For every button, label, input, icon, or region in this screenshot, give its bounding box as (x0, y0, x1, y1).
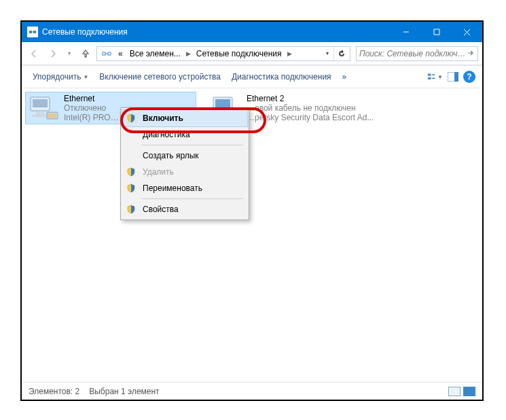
diagnose-label: Диагностика подключения (232, 72, 331, 82)
context-rename-label: Переименовать (143, 183, 202, 193)
window-frame: Сетевые подключения ▾ (20, 20, 484, 401)
title-bar: Сетевые подключения (22, 22, 482, 42)
search-go-icon[interactable] (467, 49, 475, 58)
details-view-button[interactable] (448, 387, 460, 396)
context-separator (141, 145, 243, 145)
address-dropdown[interactable]: ▾ (321, 47, 333, 60)
toolbar: Упорядочить ▼ Включение сетевого устройс… (22, 65, 482, 88)
svg-rect-10 (428, 73, 431, 75)
context-create-shortcut[interactable]: Создать ярлык (122, 147, 247, 164)
network-item-text: Ethernet Отключено Intel(R) PRO… (64, 94, 119, 122)
context-enable-label: Включить (143, 113, 183, 123)
network-status: …евой кабель не подключен (247, 103, 374, 113)
status-count: Элементов: 2 (29, 387, 79, 396)
breadcrumb-item-1[interactable]: Все элемен... (126, 49, 184, 58)
network-desc: …persky Security Data Escort Ad... (247, 113, 374, 122)
status-selected: Выбран 1 элемент (89, 387, 159, 396)
enable-device-label: Включение сетевого устройства (99, 72, 221, 82)
minimize-button[interactable] (391, 22, 421, 42)
large-icons-view-button[interactable] (463, 387, 475, 396)
address-bar[interactable]: « Все элемен... ▶ Сетевые подключения ▶ … (96, 46, 350, 61)
maximize-button[interactable] (421, 22, 452, 42)
network-name: Ethernet (64, 94, 119, 103)
svg-rect-25 (215, 99, 230, 107)
svg-rect-12 (432, 74, 435, 75)
status-bar: Элементов: 2 Выбран 1 элемент (22, 382, 482, 400)
shield-icon (125, 167, 137, 177)
svg-rect-21 (48, 113, 50, 118)
refresh-button[interactable] (333, 47, 348, 60)
breadcrumb-item-2[interactable]: Сетевые подключения (193, 49, 285, 58)
back-button[interactable] (26, 46, 42, 62)
context-diagnostics-label: Диагностика (143, 130, 190, 139)
shield-icon (125, 113, 137, 123)
content-area: Ethernet Отключено Intel(R) PRO… Etherne… (22, 88, 482, 382)
toolbar-more-label: » (342, 72, 347, 82)
svg-rect-23 (54, 113, 56, 118)
svg-rect-4 (434, 29, 439, 35)
context-delete: Удалить (122, 164, 247, 180)
svg-rect-18 (36, 112, 44, 115)
svg-rect-13 (432, 78, 435, 80)
chevron-down-icon: ▼ (83, 74, 88, 80)
breadcrumb-sep-2: ▶ (285, 50, 294, 57)
diagnose-button[interactable]: Диагностика подключения (228, 70, 336, 84)
context-separator (141, 198, 243, 199)
context-enable[interactable]: Включить (122, 110, 247, 126)
search-placeholder: Поиск: Сетевые подключения (359, 49, 467, 58)
adapter-icon (27, 94, 60, 122)
svg-rect-15 (454, 72, 458, 82)
context-create-shortcut-label: Создать ярлык (143, 151, 199, 160)
svg-rect-7 (103, 52, 105, 55)
window-title: Сетевые подключения (42, 27, 391, 37)
shield-icon (125, 183, 137, 193)
context-delete-label: Удалить (143, 167, 174, 177)
shield-icon (125, 205, 137, 214)
network-desc: Intel(R) PRO… (64, 113, 119, 122)
help-button[interactable]: ? (463, 71, 475, 83)
chevron-down-icon: ▼ (437, 74, 443, 80)
breadcrumb-prefix: « (115, 49, 126, 58)
svg-rect-1 (33, 31, 36, 33)
search-box[interactable]: Поиск: Сетевые подключения (356, 46, 478, 61)
breadcrumb-sep-1: ▶ (184, 50, 193, 57)
close-button[interactable] (452, 22, 482, 42)
svg-rect-19 (32, 115, 48, 117)
recent-dropdown[interactable]: ▾ (64, 46, 75, 62)
enable-device-button[interactable]: Включение сетевого устройства (95, 70, 225, 84)
organize-menu[interactable]: Упорядочить ▼ (29, 70, 92, 84)
svg-rect-0 (29, 31, 32, 33)
view-options-button[interactable]: ▼ (428, 72, 443, 82)
organize-label: Упорядочить (33, 72, 81, 82)
network-status: Отключено (64, 103, 119, 113)
view-mode-switcher (448, 387, 475, 396)
context-menu: Включить С… Диагностика Создать ярлык Уд… (120, 107, 249, 220)
svg-rect-11 (428, 77, 431, 80)
svg-rect-8 (108, 52, 111, 55)
svg-rect-17 (33, 99, 48, 107)
context-rename[interactable]: Переименовать (122, 180, 247, 196)
network-name: Ethernet 2 (247, 94, 374, 103)
toolbar-more[interactable]: » (338, 70, 351, 84)
nav-row: ▾ « Все элемен... ▶ Сетевые подключения … (22, 42, 482, 65)
up-button[interactable] (77, 46, 94, 62)
window-controls (391, 22, 482, 42)
svg-rect-22 (51, 113, 53, 118)
network-item-text: Ethernet 2 …евой кабель не подключен …pe… (247, 94, 374, 122)
app-icon (27, 27, 38, 37)
preview-pane-button[interactable] (446, 72, 460, 82)
context-properties-label: Свойства (143, 205, 179, 214)
address-icon (101, 48, 112, 59)
context-properties[interactable]: Свойства (122, 201, 247, 217)
context-diagnostics[interactable]: Диагностика (122, 126, 247, 143)
forward-button[interactable] (45, 46, 61, 62)
